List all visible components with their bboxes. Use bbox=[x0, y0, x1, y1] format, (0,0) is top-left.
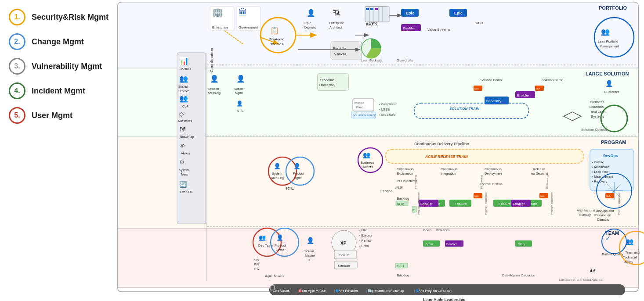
svg-text:Services: Services bbox=[178, 90, 190, 93]
svg-text:• MBSE: • MBSE bbox=[379, 108, 390, 111]
system-arch-eng: System bbox=[272, 172, 282, 176]
kanban-team: Kanban bbox=[338, 264, 350, 268]
bottom-impl-roadmap: Implementation Roadmap bbox=[369, 289, 404, 293]
iterations: Iterations bbox=[436, 228, 450, 232]
guardrails: Guardrails bbox=[397, 58, 413, 62]
agile-teams: Agile Teams bbox=[265, 274, 284, 278]
svg-text:Arch/Eng: Arch/Eng bbox=[208, 91, 221, 95]
legend-label-2: Change Mgmt bbox=[32, 37, 84, 47]
svg-text:✓: ✓ bbox=[605, 235, 611, 242]
svg-text:👤: 👤 bbox=[236, 75, 245, 83]
svg-rect-64 bbox=[386, 149, 583, 163]
biz-solutions: Business bbox=[590, 100, 604, 104]
solution-intent: SOLUTION INTENT bbox=[353, 114, 376, 117]
svg-text:I&A: I&A bbox=[540, 195, 545, 197]
svg-text:Deployment: Deployment bbox=[485, 172, 503, 176]
svg-text:Owner: Owner bbox=[276, 248, 286, 252]
program-label: PROGRAM bbox=[601, 140, 626, 145]
art-label: AGILE RELEASE TRAIN bbox=[425, 154, 468, 159]
svg-text:• Culture: • Culture bbox=[592, 161, 604, 164]
enabler-program: Enabler bbox=[420, 202, 433, 206]
ste-label: STE bbox=[237, 109, 244, 113]
svg-text:• Compliance: • Compliance bbox=[379, 103, 397, 106]
sidebar-roadmap: Roadmap bbox=[180, 135, 194, 139]
svg-rect-44 bbox=[318, 74, 348, 90]
svg-text:Management: Management bbox=[600, 44, 619, 48]
svg-text:Mgmt: Mgmt bbox=[294, 176, 302, 180]
svg-text:👤: 👤 bbox=[274, 162, 281, 170]
economic-framework: Economic bbox=[320, 78, 334, 82]
legend-label-3: Vulnerability Mgmt bbox=[32, 62, 102, 71]
legend-item-1: 1. Security&Risk Mgmt bbox=[9, 9, 110, 25]
svg-rect-159 bbox=[370, 8, 373, 10]
epic-label: Epic bbox=[406, 11, 414, 15]
svg-text:Technical: Technical bbox=[623, 255, 637, 259]
svg-rect-28 bbox=[331, 42, 362, 59]
legend-label-4: Incident Mgmt bbox=[32, 86, 85, 96]
system-demos: System Demos bbox=[480, 182, 503, 186]
capability: Capability bbox=[486, 99, 501, 103]
legend-label-5: User Mgmt bbox=[32, 111, 72, 120]
svg-text:📋: 📋 bbox=[270, 26, 279, 35]
feature-2: Feature bbox=[455, 202, 467, 206]
arch-runway: Architectural bbox=[577, 208, 595, 212]
prog-increment-3: Program Increment bbox=[550, 192, 553, 215]
prog-increment-1: Program Increment bbox=[417, 192, 420, 215]
main-container: 1. Security&Risk Mgmt 2. Change Mgmt 3. … bbox=[0, 0, 644, 301]
solution-context: Solution Context bbox=[581, 128, 607, 132]
svg-text:• Review: • Review bbox=[359, 239, 372, 242]
svg-text:|: | bbox=[366, 289, 367, 293]
kanban-program: Kanban bbox=[380, 189, 393, 193]
svg-text:NFRs: NFRs bbox=[397, 202, 405, 205]
epic-owners-label: Epic bbox=[304, 21, 311, 25]
sidebar-shared: Shared bbox=[178, 85, 188, 88]
svg-text:HW: HW bbox=[254, 267, 260, 271]
svg-text:👥: 👥 bbox=[363, 151, 371, 159]
svg-text:I&A: I&A bbox=[474, 87, 479, 90]
sidebar-vision: Vision bbox=[181, 151, 190, 155]
svg-text:👤: 👤 bbox=[293, 162, 301, 170]
sidebar-metrics: Metrics bbox=[181, 67, 191, 71]
portfolio-label: PORTFOLIO bbox=[599, 5, 627, 11]
svg-text:👥: 👥 bbox=[626, 238, 634, 245]
legend-item-5: 5. User Mgmt bbox=[9, 107, 110, 124]
svg-text:I&A: I&A bbox=[606, 195, 611, 197]
enabler-program-2: Enabler bbox=[513, 202, 525, 206]
svg-text:• Automation: • Automation bbox=[592, 165, 610, 168]
svg-text:Exploration: Exploration bbox=[397, 172, 413, 176]
svg-text:NFRs: NFRs bbox=[397, 265, 404, 268]
svg-text:🏛: 🏛 bbox=[239, 7, 247, 17]
pi-planning-3: PI Planning bbox=[546, 175, 549, 189]
safe-diagram-svg: PORTFOLIO LARGE SOLUTION PROGRAM TEAM 📊 … bbox=[114, 0, 644, 301]
cont-deployment: Continuous bbox=[485, 167, 501, 171]
epic-right: Epic bbox=[454, 11, 463, 15]
svg-text:👤: 👤 bbox=[307, 237, 315, 244]
legend-circle-1: 1. bbox=[9, 9, 25, 25]
xp: XP bbox=[340, 241, 347, 246]
svg-text:Owners: Owners bbox=[304, 25, 316, 29]
copyright: Leffingwell, et. al. © Scaled Agile, Inc… bbox=[559, 279, 603, 281]
svg-text:👥: 👥 bbox=[179, 75, 188, 83]
legend-item-2: 2. Change Mgmt bbox=[9, 33, 110, 50]
cont-exploration: Continuous bbox=[397, 167, 413, 171]
solution-demo: Solution Demo bbox=[480, 78, 502, 82]
sw-fw-hw: SW bbox=[254, 258, 260, 262]
svg-text:WSJF: WSJF bbox=[395, 186, 403, 189]
svg-text:Arch/Eng: Arch/Eng bbox=[271, 176, 284, 180]
svg-text:Solutions: Solutions bbox=[589, 105, 604, 109]
svg-text:👥: 👥 bbox=[601, 28, 610, 36]
enterprise-architect-label: Enterprise bbox=[329, 21, 344, 25]
svg-text:• Plan: • Plan bbox=[359, 229, 368, 232]
diagram-area: PORTFOLIO LARGE SOLUTION PROGRAM TEAM 📊 … bbox=[114, 0, 644, 301]
legend-circle-2: 2. bbox=[9, 33, 25, 50]
svg-text:Kanban: Kanban bbox=[367, 22, 377, 25]
enterprise-label: Enterprise bbox=[212, 25, 228, 29]
solution-train: SOLUTION TRAIN bbox=[449, 107, 479, 111]
svg-text:3: 3 bbox=[308, 258, 310, 262]
svg-rect-55 bbox=[353, 99, 374, 111]
value-streams: Value Streams bbox=[427, 28, 450, 32]
rte: RTE bbox=[286, 186, 294, 190]
sidebar-milestones: Milestones bbox=[178, 119, 192, 122]
story-2: Story bbox=[518, 243, 525, 246]
svg-text:🎯: 🎯 bbox=[298, 289, 302, 293]
